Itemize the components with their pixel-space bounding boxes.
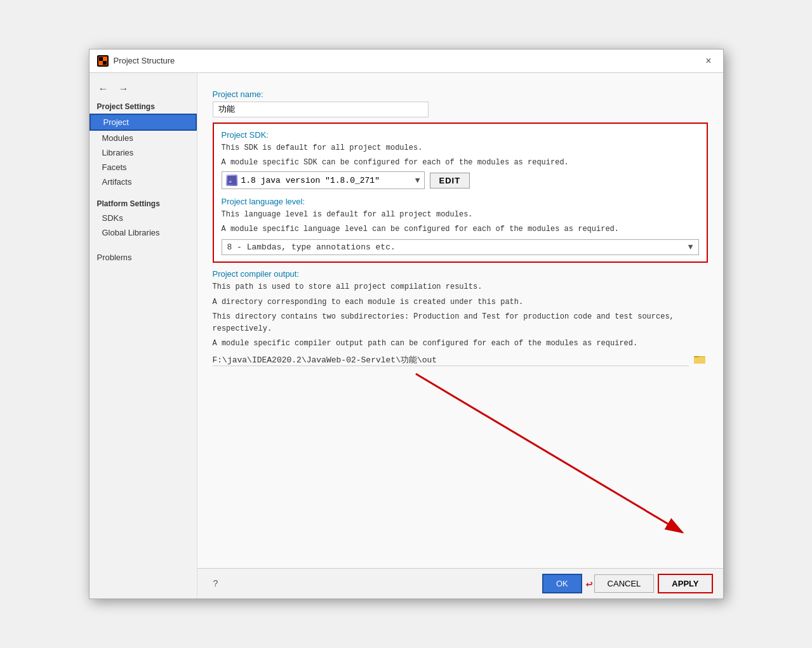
dialog-footer: ? OK ↩ CANCEL APPLY	[197, 568, 723, 598]
sidebar-item-libraries[interactable]: Libraries	[90, 145, 197, 160]
cancel-button[interactable]: CANCEL	[594, 574, 655, 593]
lang-chevron-icon: ▼	[688, 242, 693, 252]
apply-button[interactable]: APPLY	[659, 575, 711, 592]
cancel-area: ↩ CANCEL	[586, 574, 655, 593]
lang-level-section: Project language level: This language le…	[222, 197, 699, 255]
sidebar: ← → Project Settings Project Modules Lib…	[90, 73, 197, 599]
compiler-desc1: This path is used to store all project c…	[213, 281, 708, 293]
compiler-label: Project compiler output:	[213, 269, 708, 279]
project-settings-label: Project Settings	[90, 98, 197, 114]
project-name-input[interactable]	[213, 102, 429, 117]
edit-sdk-button[interactable]: EDIT	[430, 173, 470, 188]
title-bar-left: Project Structure	[97, 55, 175, 67]
forward-button[interactable]: →	[115, 82, 133, 96]
intellij-icon	[97, 55, 109, 67]
svg-rect-5	[103, 61, 107, 65]
svg-rect-4	[99, 61, 103, 65]
lang-desc1: This language level is default for all p…	[222, 209, 699, 221]
help-button[interactable]: ?	[208, 576, 224, 592]
sdk-value-text: 1.8 java version "1.8.0_271"	[241, 176, 380, 185]
compiler-desc2: A directory corresponding to each module…	[213, 296, 708, 308]
back-button[interactable]: ←	[95, 82, 112, 96]
lang-level-select[interactable]: 8 - Lambdas, type annotations etc. ▼	[222, 239, 699, 255]
project-lang-label: Project language level:	[222, 197, 699, 206]
compiler-desc3: This directory contains two subdirectori…	[213, 311, 708, 335]
sidebar-item-problems[interactable]: Problems	[90, 240, 197, 265]
sdk-icon: ☕	[226, 175, 237, 186]
sidebar-item-facets[interactable]: Facets	[90, 160, 197, 175]
svg-rect-10	[694, 357, 705, 364]
browse-folder-button[interactable]	[691, 352, 708, 367]
footer-buttons: OK ↩ CANCEL APPLY	[542, 574, 713, 593]
arrow-area	[213, 367, 708, 558]
close-button[interactable]: ×	[702, 55, 715, 67]
compiler-section: Project compiler output: This path is us…	[213, 269, 708, 367]
compiler-path-input[interactable]	[213, 354, 689, 366]
project-name-label: Project name:	[213, 89, 708, 99]
apply-box: APPLY	[658, 574, 712, 593]
compiler-desc4: A module specific compiler output path c…	[213, 338, 708, 350]
svg-rect-3	[103, 57, 107, 61]
sidebar-item-project[interactable]: Project	[90, 114, 197, 131]
sdk-desc1: This SDK is default for all project modu…	[222, 142, 699, 154]
lang-desc2: A module specific language level can be …	[222, 223, 699, 235]
svg-text:☕: ☕	[229, 178, 232, 184]
ok-button[interactable]: OK	[542, 574, 582, 593]
lang-level-value: 8 - Lambdas, type annotations etc.	[227, 242, 688, 252]
sidebar-item-artifacts[interactable]: Artifacts	[90, 175, 197, 189]
svg-rect-2	[99, 57, 103, 61]
nav-arrows: ← →	[90, 79, 197, 98]
sidebar-divider	[90, 189, 197, 195]
main-content: Project name: Project SDK: This SDK is d…	[197, 73, 723, 569]
dialog-body: ← → Project Settings Project Modules Lib…	[90, 73, 723, 599]
sdk-desc2: A module specific SDK can be configured …	[222, 157, 699, 169]
dialog-title: Project Structure	[114, 56, 175, 65]
sidebar-item-global-libraries[interactable]: Global Libraries	[90, 225, 197, 240]
platform-settings-label: Platform Settings	[90, 195, 197, 211]
sdk-select[interactable]: ☕ 1.8 java version "1.8.0_271" ▼	[222, 171, 425, 189]
annotation-arrow	[340, 367, 721, 558]
project-sdk-label: Project SDK:	[222, 130, 699, 140]
sdk-chevron-icon: ▼	[415, 176, 420, 185]
content-wrapper: Project name: Project SDK: This SDK is d…	[197, 73, 723, 599]
compiler-path-row	[213, 352, 708, 367]
sdk-row: ☕ 1.8 java version "1.8.0_271" ▼ EDIT	[222, 171, 699, 189]
sidebar-item-modules[interactable]: Modules	[90, 131, 197, 145]
title-bar: Project Structure ×	[90, 50, 723, 73]
sdk-section: Project SDK: This SDK is default for all…	[213, 122, 708, 263]
svg-line-12	[416, 374, 682, 532]
sidebar-item-sdks[interactable]: SDKs	[90, 211, 197, 225]
cancel-arrow-icon: ↩	[586, 577, 593, 591]
project-structure-dialog: Project Structure × ← → Project Settings…	[89, 49, 724, 600]
folder-icon	[694, 354, 705, 364]
